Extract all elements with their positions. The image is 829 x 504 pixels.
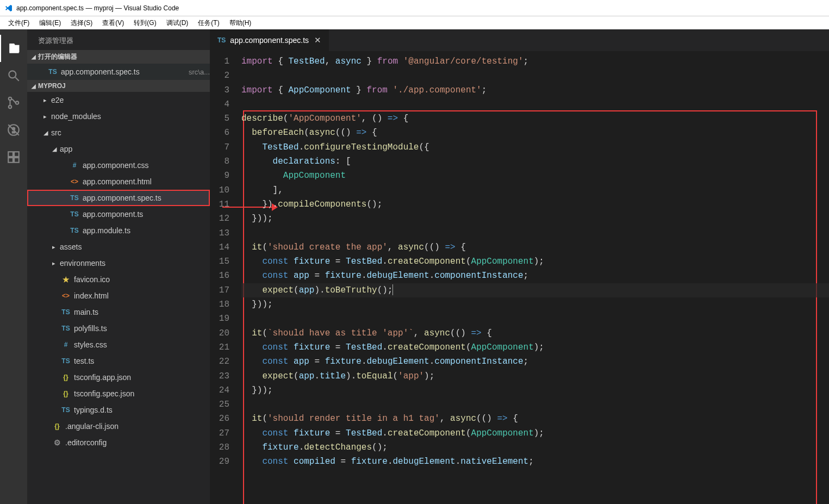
code-line[interactable]: import { TestBed, async } from '@angular… — [241, 54, 829, 69]
code-line[interactable]: const fixture = TestBed.createComponent(… — [241, 340, 829, 354]
menubar: 文件(F)编辑(E)选择(S)查看(V)转到(G)调试(D)任务(T)帮助(H) — [0, 16, 829, 29]
close-tab-button[interactable]: ✕ — [314, 35, 321, 45]
file-item[interactable]: TSapp.component.spec.ts — [27, 190, 210, 206]
tree-item-label: polyfills.ts — [74, 324, 210, 333]
line-number: 20 — [210, 326, 229, 340]
line-number: 29 — [210, 455, 229, 469]
editor-tab[interactable]: TS app.component.spec.ts ✕ — [210, 29, 329, 51]
svg-point-7 — [12, 127, 16, 131]
svg-rect-11 — [14, 158, 19, 163]
code-line[interactable]: expect(app).toBeTruthy(); — [241, 283, 829, 297]
code-line[interactable]: import { AppComponent } from './app.comp… — [241, 83, 829, 97]
debug-activity[interactable] — [0, 116, 27, 144]
code-line[interactable] — [241, 226, 829, 240]
chevron-down-icon: ◢ — [52, 146, 60, 153]
folder-item[interactable]: ▸environments — [27, 255, 210, 271]
project-header[interactable]: ◢ MYPROJ — [27, 80, 210, 92]
open-editors-header[interactable]: ◢ 打开的编辑器 — [27, 50, 210, 64]
file-item[interactable]: {}tsconfig.spec.json — [27, 385, 210, 402]
code-content[interactable]: import { TestBed, async } from '@angular… — [241, 54, 829, 504]
folder-item[interactable]: ▸node_modules — [27, 108, 210, 125]
file-item[interactable]: ★favicon.ico — [27, 271, 210, 288]
open-editor-item[interactable]: TS app.component.spec.ts src\a... — [27, 64, 210, 80]
file-item[interactable]: {}tsconfig.app.json — [27, 369, 210, 385]
file-item[interactable]: TSmain.ts — [27, 304, 210, 320]
file-item[interactable]: {}.angular-cli.json — [27, 418, 210, 434]
vscode-icon — [4, 4, 13, 13]
extensions-activity[interactable] — [0, 144, 27, 171]
code-line[interactable] — [241, 312, 829, 326]
ts-file-icon: TS — [60, 357, 72, 365]
file-item[interactable]: #app.component.css — [27, 157, 210, 173]
scm-activity[interactable] — [0, 89, 27, 116]
code-line[interactable]: it('should render title in a h1 tag', as… — [241, 412, 829, 426]
line-number: 15 — [210, 254, 229, 269]
code-line[interactable]: it('should create the app', async(() => … — [241, 240, 829, 254]
code-line[interactable]: declarations: [ — [241, 154, 829, 169]
chevron-down-icon: ◢ — [43, 129, 51, 136]
file-item[interactable]: TSapp.component.ts — [27, 206, 210, 222]
code-line[interactable]: fixture.detectChanges(); — [241, 440, 829, 455]
code-line[interactable] — [241, 397, 829, 412]
folder-item[interactable]: ◢src — [27, 125, 210, 141]
file-item[interactable]: <>app.component.html — [27, 173, 210, 190]
file-item[interactable]: TStest.ts — [27, 353, 210, 369]
file-item[interactable]: <>index.html — [27, 288, 210, 304]
code-line[interactable] — [241, 69, 829, 83]
svg-line-1 — [15, 77, 19, 81]
menu-item[interactable]: 文件(F) — [3, 17, 34, 29]
tree-item-label: app.component.spec.ts — [83, 194, 210, 202]
file-item[interactable]: TSpolyfills.ts — [27, 320, 210, 337]
ts-file-icon: TS — [217, 36, 226, 44]
menu-item[interactable]: 选择(S) — [66, 17, 97, 29]
code-line[interactable]: const app = fixture.debugElement.compone… — [241, 269, 829, 283]
chevron-right-icon: ▸ — [43, 97, 51, 104]
code-editor[interactable]: 1234567891011121314151617181920212223242… — [210, 51, 829, 504]
code-line[interactable]: expect(app.title).toEqual('app'); — [241, 369, 829, 383]
folder-item[interactable]: ◢app — [27, 141, 210, 157]
line-number: 11 — [210, 197, 229, 211]
search-activity[interactable] — [0, 62, 27, 89]
menu-item[interactable]: 帮助(H) — [225, 17, 257, 29]
line-number: 9 — [210, 169, 229, 183]
file-item[interactable]: TSapp.module.ts — [27, 222, 210, 239]
code-line[interactable]: TestBed.configureTestingModule({ — [241, 140, 829, 154]
menu-item[interactable]: 调试(D) — [161, 17, 194, 29]
code-line[interactable]: beforeEach(async(() => { — [241, 126, 829, 140]
menu-item[interactable]: 编辑(E) — [34, 17, 66, 29]
code-line[interactable]: describe('AppComponent', () => { — [241, 111, 829, 126]
chevron-right-icon: ▸ — [43, 113, 51, 120]
file-item[interactable]: ⚙.editorconfig — [27, 434, 210, 451]
folder-item[interactable]: ▸assets — [27, 239, 210, 255]
ts-file-icon: TS — [60, 308, 72, 316]
file-item[interactable]: TStypings.d.ts — [27, 402, 210, 418]
chevron-down-icon: ◢ — [32, 83, 36, 89]
code-line[interactable]: }).compileComponents(); — [241, 197, 829, 211]
code-line[interactable]: })); — [241, 297, 829, 312]
file-item[interactable]: #styles.css — [27, 337, 210, 353]
line-number: 8 — [210, 154, 229, 169]
gear-file-icon: ⚙ — [51, 438, 63, 447]
explorer-activity[interactable] — [0, 35, 27, 62]
folder-item[interactable]: ▸e2e — [27, 92, 210, 108]
code-line[interactable]: const fixture = TestBed.createComponent(… — [241, 426, 829, 440]
ts-file-icon: TS — [60, 325, 72, 332]
code-line[interactable]: it(`should have as title 'app'`, async((… — [241, 326, 829, 340]
tree-item-label: environments — [60, 259, 210, 267]
code-line[interactable] — [241, 97, 829, 111]
code-line[interactable]: })); — [241, 211, 829, 226]
code-line[interactable]: const app = fixture.debugElement.compone… — [241, 354, 829, 369]
line-number: 27 — [210, 426, 229, 440]
code-line[interactable]: ], — [241, 183, 829, 197]
window-titlebar: app.component.spec.ts — myproj — Visual … — [0, 0, 829, 16]
code-line[interactable]: const fixture = TestBed.createComponent(… — [241, 254, 829, 269]
menu-item[interactable]: 任务(T) — [193, 17, 224, 29]
menu-item[interactable]: 转到(G) — [129, 17, 161, 29]
code-line[interactable]: const compiled = fixture.debugElement.na… — [241, 455, 829, 469]
code-line[interactable]: AppComponent — [241, 169, 829, 183]
line-number: 6 — [210, 126, 229, 140]
menu-item[interactable]: 查看(V) — [97, 17, 129, 29]
code-line[interactable]: })); — [241, 383, 829, 397]
tree-item-label: app.component.css — [83, 161, 210, 170]
svg-rect-8 — [8, 152, 13, 157]
